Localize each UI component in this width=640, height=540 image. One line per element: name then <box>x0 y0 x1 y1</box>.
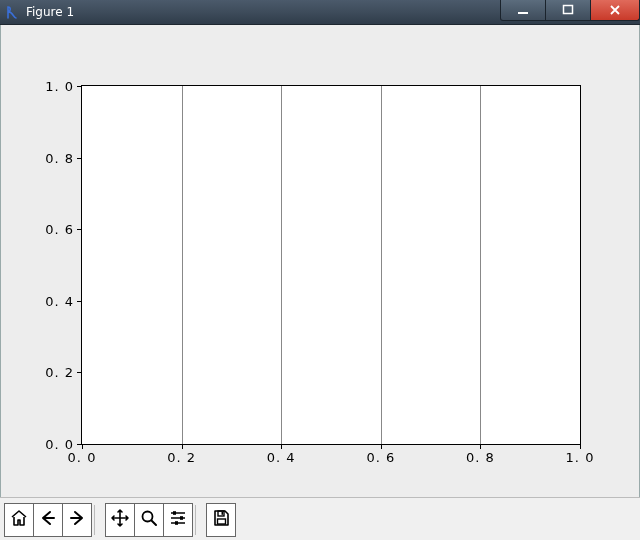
arrow-left-icon <box>38 508 58 531</box>
pan-button[interactable] <box>105 503 135 537</box>
x-tick-label: 1. 0 <box>566 450 595 465</box>
y-tick <box>77 86 82 87</box>
y-tick <box>77 301 82 302</box>
plot-axes: 0. 00. 20. 40. 60. 81. 00. 00. 20. 40. 6… <box>81 85 581 445</box>
arrow-right-icon <box>67 508 87 531</box>
y-tick-label: 0. 4 <box>45 293 74 308</box>
window-titlebar: Figure 1 <box>0 0 640 25</box>
toolbar-separator <box>94 505 103 535</box>
y-tick-label: 1. 0 <box>45 79 74 94</box>
x-tick-label: 0. 2 <box>167 450 196 465</box>
y-tick-label: 0. 6 <box>45 222 74 237</box>
svg-rect-8 <box>218 519 226 524</box>
y-tick-label: 0. 0 <box>45 437 74 452</box>
y-tick-label: 0. 8 <box>45 150 74 165</box>
x-tick <box>480 444 481 449</box>
x-tick <box>182 444 183 449</box>
save-button[interactable] <box>206 503 236 537</box>
save-icon <box>211 508 231 531</box>
y-tick <box>77 444 82 445</box>
window-title: Figure 1 <box>26 5 74 19</box>
x-tick <box>381 444 382 449</box>
back-button[interactable] <box>33 503 63 537</box>
home-icon <box>9 508 29 531</box>
svg-rect-4 <box>180 516 183 520</box>
home-button[interactable] <box>4 503 34 537</box>
toolbar-separator <box>195 505 204 535</box>
x-tick <box>580 444 581 449</box>
svg-rect-5 <box>175 521 178 525</box>
zoom-button[interactable] <box>134 503 164 537</box>
move-icon <box>110 508 130 531</box>
window-controls <box>501 0 640 24</box>
nav-toolbar <box>0 497 640 540</box>
x-tick-label: 0. 8 <box>466 450 495 465</box>
x-tick-label: 0. 0 <box>68 450 97 465</box>
sliders-icon <box>168 508 188 531</box>
x-tick-label: 0. 6 <box>366 450 395 465</box>
x-tick <box>82 444 83 449</box>
configure-subplots-button[interactable] <box>163 503 193 537</box>
gridline <box>182 86 183 444</box>
gridline <box>281 86 282 444</box>
magnifier-icon <box>139 508 159 531</box>
forward-button[interactable] <box>62 503 92 537</box>
maximize-button[interactable] <box>545 0 591 21</box>
gridline <box>480 86 481 444</box>
gridline <box>381 86 382 444</box>
y-tick <box>77 158 82 159</box>
y-tick-label: 0. 2 <box>45 365 74 380</box>
x-tick-label: 0. 4 <box>267 450 296 465</box>
tk-icon <box>4 4 20 20</box>
y-tick <box>77 229 82 230</box>
svg-rect-0 <box>518 12 528 14</box>
svg-rect-1 <box>564 6 573 14</box>
close-button[interactable] <box>590 0 640 21</box>
svg-rect-3 <box>173 511 176 515</box>
x-tick <box>281 444 282 449</box>
svg-rect-7 <box>222 512 224 515</box>
figure-canvas[interactable]: 0. 00. 20. 40. 60. 81. 00. 00. 20. 40. 6… <box>0 25 640 497</box>
y-tick <box>77 372 82 373</box>
minimize-button[interactable] <box>500 0 546 21</box>
